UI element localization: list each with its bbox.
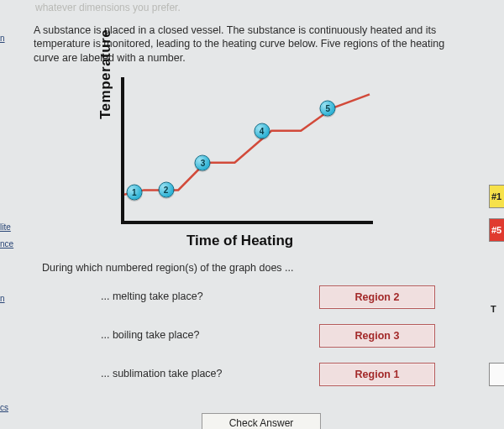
region-marker-5: 5 xyxy=(320,100,336,116)
nav-link-a[interactable]: n xyxy=(0,34,5,43)
heating-curve-line xyxy=(121,77,373,221)
prompt-sublimation: ... sublimation take place? xyxy=(101,368,223,379)
status-chip-blank[interactable] xyxy=(489,363,504,386)
right-letter-t: T xyxy=(489,301,504,317)
prompt-melting: ... melting take place? xyxy=(101,290,203,302)
answer-field-sublimation[interactable]: Region 1 xyxy=(319,363,435,386)
sub-question-text: During which numbered region(s) of the g… xyxy=(42,262,293,274)
nav-link-c[interactable]: nce xyxy=(0,239,13,249)
region-marker-3: 3 xyxy=(195,154,211,170)
nav-link-b[interactable]: lite xyxy=(0,222,11,232)
answer-field-melting[interactable]: Region 2 xyxy=(319,285,435,309)
check-answer-button[interactable]: Check Answer xyxy=(202,413,321,429)
nav-link-e[interactable]: cs xyxy=(0,403,8,412)
x-axis-label: Time of Heating xyxy=(186,233,293,249)
prompt-boiling: ... boiling take place? xyxy=(101,329,199,341)
prev-hint-text: whatever dimensions you prefer. xyxy=(35,2,181,13)
chart-plot-area: 12345 xyxy=(121,77,373,221)
nav-link-d[interactable]: n xyxy=(0,294,5,303)
x-axis-line xyxy=(121,221,373,224)
y-axis-label: Temperature xyxy=(97,29,114,119)
region-marker-1: 1 xyxy=(126,185,142,201)
answer-field-boiling[interactable]: Region 3 xyxy=(319,324,435,348)
region-marker-2: 2 xyxy=(158,182,174,198)
status-chip-1[interactable]: #1 xyxy=(489,185,504,208)
region-marker-4: 4 xyxy=(254,123,270,139)
status-chip-5[interactable]: #5 xyxy=(489,218,504,242)
heating-curve-chart: Temperature Time of Heating 12345 xyxy=(102,77,380,245)
